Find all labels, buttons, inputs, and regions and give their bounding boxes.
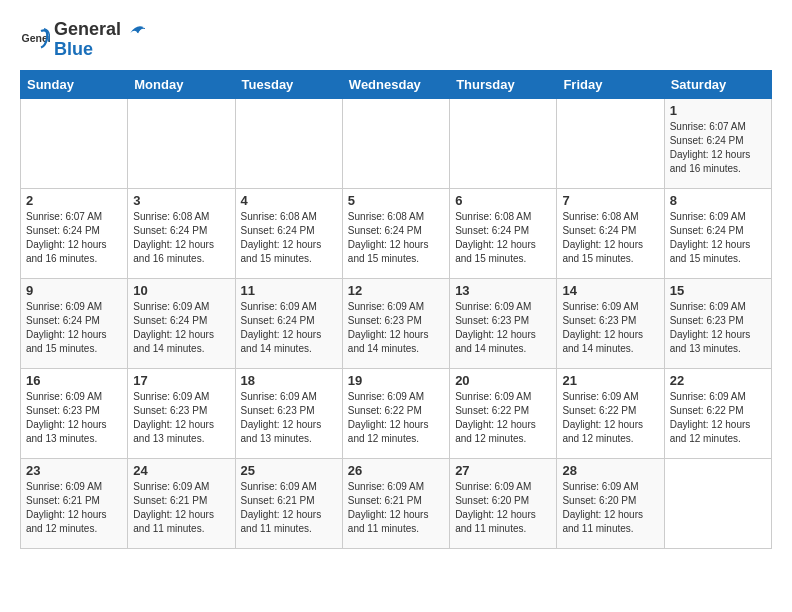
day-number: 22: [670, 373, 766, 388]
day-number: 14: [562, 283, 658, 298]
logo-icon: General: [20, 25, 50, 55]
day-info: Sunrise: 6:09 AM Sunset: 6:21 PM Dayligh…: [26, 480, 122, 536]
day-info: Sunrise: 6:08 AM Sunset: 6:24 PM Dayligh…: [241, 210, 337, 266]
calendar-cell: 2Sunrise: 6:07 AM Sunset: 6:24 PM Daylig…: [21, 188, 128, 278]
day-number: 7: [562, 193, 658, 208]
page-header: General General Blue: [20, 20, 772, 60]
day-header-monday: Monday: [128, 70, 235, 98]
day-number: 24: [133, 463, 229, 478]
day-header-thursday: Thursday: [450, 70, 557, 98]
calendar-cell: 3Sunrise: 6:08 AM Sunset: 6:24 PM Daylig…: [128, 188, 235, 278]
day-info: Sunrise: 6:09 AM Sunset: 6:23 PM Dayligh…: [562, 300, 658, 356]
calendar-cell: 5Sunrise: 6:08 AM Sunset: 6:24 PM Daylig…: [342, 188, 449, 278]
calendar-cell: 28Sunrise: 6:09 AM Sunset: 6:20 PM Dayli…: [557, 458, 664, 548]
calendar-cell: [21, 98, 128, 188]
day-header-tuesday: Tuesday: [235, 70, 342, 98]
day-info: Sunrise: 6:09 AM Sunset: 6:21 PM Dayligh…: [241, 480, 337, 536]
day-number: 1: [670, 103, 766, 118]
day-number: 4: [241, 193, 337, 208]
day-number: 2: [26, 193, 122, 208]
calendar-cell: 4Sunrise: 6:08 AM Sunset: 6:24 PM Daylig…: [235, 188, 342, 278]
calendar-week-row: 16Sunrise: 6:09 AM Sunset: 6:23 PM Dayli…: [21, 368, 772, 458]
day-info: Sunrise: 6:09 AM Sunset: 6:23 PM Dayligh…: [670, 300, 766, 356]
logo: General General Blue: [20, 20, 145, 60]
day-info: Sunrise: 6:09 AM Sunset: 6:24 PM Dayligh…: [670, 210, 766, 266]
calendar-cell: 19Sunrise: 6:09 AM Sunset: 6:22 PM Dayli…: [342, 368, 449, 458]
calendar-cell: 8Sunrise: 6:09 AM Sunset: 6:24 PM Daylig…: [664, 188, 771, 278]
day-number: 17: [133, 373, 229, 388]
day-number: 11: [241, 283, 337, 298]
day-info: Sunrise: 6:09 AM Sunset: 6:23 PM Dayligh…: [455, 300, 551, 356]
day-info: Sunrise: 6:09 AM Sunset: 6:22 PM Dayligh…: [670, 390, 766, 446]
day-number: 25: [241, 463, 337, 478]
day-header-sunday: Sunday: [21, 70, 128, 98]
day-number: 8: [670, 193, 766, 208]
day-info: Sunrise: 6:09 AM Sunset: 6:24 PM Dayligh…: [26, 300, 122, 356]
day-number: 5: [348, 193, 444, 208]
logo-bird-icon: [123, 21, 145, 39]
logo-text-blue: Blue: [54, 40, 145, 60]
calendar-week-row: 2Sunrise: 6:07 AM Sunset: 6:24 PM Daylig…: [21, 188, 772, 278]
day-number: 3: [133, 193, 229, 208]
calendar-cell: 27Sunrise: 6:09 AM Sunset: 6:20 PM Dayli…: [450, 458, 557, 548]
day-info: Sunrise: 6:09 AM Sunset: 6:20 PM Dayligh…: [455, 480, 551, 536]
day-info: Sunrise: 6:09 AM Sunset: 6:22 PM Dayligh…: [562, 390, 658, 446]
day-info: Sunrise: 6:09 AM Sunset: 6:24 PM Dayligh…: [241, 300, 337, 356]
day-info: Sunrise: 6:09 AM Sunset: 6:24 PM Dayligh…: [133, 300, 229, 356]
day-number: 16: [26, 373, 122, 388]
calendar-table: SundayMondayTuesdayWednesdayThursdayFrid…: [20, 70, 772, 549]
day-info: Sunrise: 6:09 AM Sunset: 6:22 PM Dayligh…: [348, 390, 444, 446]
day-info: Sunrise: 6:09 AM Sunset: 6:21 PM Dayligh…: [133, 480, 229, 536]
calendar-week-row: 9Sunrise: 6:09 AM Sunset: 6:24 PM Daylig…: [21, 278, 772, 368]
day-number: 28: [562, 463, 658, 478]
calendar-cell: 25Sunrise: 6:09 AM Sunset: 6:21 PM Dayli…: [235, 458, 342, 548]
day-number: 21: [562, 373, 658, 388]
calendar-cell: 14Sunrise: 6:09 AM Sunset: 6:23 PM Dayli…: [557, 278, 664, 368]
day-info: Sunrise: 6:08 AM Sunset: 6:24 PM Dayligh…: [133, 210, 229, 266]
calendar-cell: [557, 98, 664, 188]
day-info: Sunrise: 6:08 AM Sunset: 6:24 PM Dayligh…: [455, 210, 551, 266]
calendar-cell: 6Sunrise: 6:08 AM Sunset: 6:24 PM Daylig…: [450, 188, 557, 278]
calendar-cell: [664, 458, 771, 548]
day-number: 10: [133, 283, 229, 298]
day-number: 15: [670, 283, 766, 298]
day-number: 27: [455, 463, 551, 478]
calendar-cell: 12Sunrise: 6:09 AM Sunset: 6:23 PM Dayli…: [342, 278, 449, 368]
calendar-cell: 22Sunrise: 6:09 AM Sunset: 6:22 PM Dayli…: [664, 368, 771, 458]
day-info: Sunrise: 6:09 AM Sunset: 6:23 PM Dayligh…: [26, 390, 122, 446]
day-info: Sunrise: 6:09 AM Sunset: 6:23 PM Dayligh…: [348, 300, 444, 356]
day-info: Sunrise: 6:09 AM Sunset: 6:22 PM Dayligh…: [455, 390, 551, 446]
calendar-week-row: 23Sunrise: 6:09 AM Sunset: 6:21 PM Dayli…: [21, 458, 772, 548]
day-number: 23: [26, 463, 122, 478]
calendar-cell: [450, 98, 557, 188]
calendar-week-row: 1Sunrise: 6:07 AM Sunset: 6:24 PM Daylig…: [21, 98, 772, 188]
calendar-cell: 16Sunrise: 6:09 AM Sunset: 6:23 PM Dayli…: [21, 368, 128, 458]
calendar-cell: 17Sunrise: 6:09 AM Sunset: 6:23 PM Dayli…: [128, 368, 235, 458]
calendar-cell: 13Sunrise: 6:09 AM Sunset: 6:23 PM Dayli…: [450, 278, 557, 368]
day-number: 13: [455, 283, 551, 298]
day-info: Sunrise: 6:07 AM Sunset: 6:24 PM Dayligh…: [670, 120, 766, 176]
calendar-cell: 7Sunrise: 6:08 AM Sunset: 6:24 PM Daylig…: [557, 188, 664, 278]
day-number: 12: [348, 283, 444, 298]
day-info: Sunrise: 6:08 AM Sunset: 6:24 PM Dayligh…: [348, 210, 444, 266]
calendar-cell: 20Sunrise: 6:09 AM Sunset: 6:22 PM Dayli…: [450, 368, 557, 458]
day-number: 18: [241, 373, 337, 388]
day-number: 6: [455, 193, 551, 208]
day-number: 20: [455, 373, 551, 388]
calendar-cell: [128, 98, 235, 188]
calendar-cell: 9Sunrise: 6:09 AM Sunset: 6:24 PM Daylig…: [21, 278, 128, 368]
day-number: 26: [348, 463, 444, 478]
calendar-cell: 21Sunrise: 6:09 AM Sunset: 6:22 PM Dayli…: [557, 368, 664, 458]
day-info: Sunrise: 6:07 AM Sunset: 6:24 PM Dayligh…: [26, 210, 122, 266]
day-number: 9: [26, 283, 122, 298]
calendar-cell: 15Sunrise: 6:09 AM Sunset: 6:23 PM Dayli…: [664, 278, 771, 368]
day-header-wednesday: Wednesday: [342, 70, 449, 98]
calendar-cell: [235, 98, 342, 188]
calendar-cell: 23Sunrise: 6:09 AM Sunset: 6:21 PM Dayli…: [21, 458, 128, 548]
day-number: 19: [348, 373, 444, 388]
day-info: Sunrise: 6:09 AM Sunset: 6:23 PM Dayligh…: [133, 390, 229, 446]
calendar-cell: 11Sunrise: 6:09 AM Sunset: 6:24 PM Dayli…: [235, 278, 342, 368]
day-info: Sunrise: 6:09 AM Sunset: 6:21 PM Dayligh…: [348, 480, 444, 536]
day-header-saturday: Saturday: [664, 70, 771, 98]
calendar-header-row: SundayMondayTuesdayWednesdayThursdayFrid…: [21, 70, 772, 98]
